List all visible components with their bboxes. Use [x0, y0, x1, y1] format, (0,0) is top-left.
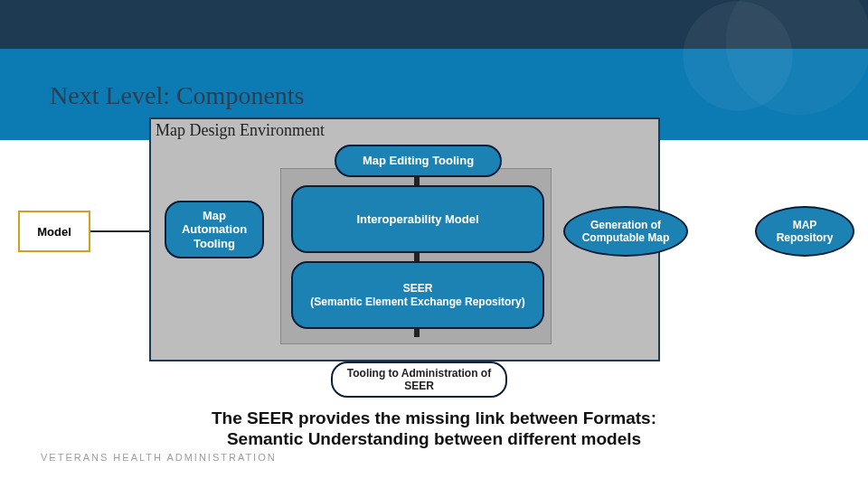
seer-label: SEER (Semantic Element Exchange Reposito… [310, 282, 524, 308]
footer-text: VETERANS HEALTH ADMINISTRATION [41, 452, 277, 463]
slide: Next Level: Components Map Design Enviro… [0, 0, 868, 488]
generation-label: Generation of Computable Map [582, 219, 670, 245]
tooling-admin-label: Tooling to Administration of SEER [347, 367, 491, 393]
connector-model-env [90, 230, 149, 232]
repo-label: MAP Repository [777, 219, 834, 245]
connector-seer-admin [414, 328, 420, 337]
map-repository: MAP Repository [755, 206, 854, 257]
map-editing-label: Map Editing Tooling [363, 154, 474, 168]
generation-computable-map: Generation of Computable Map [563, 206, 688, 257]
model-box: Model [18, 211, 90, 252]
interop-label: Interoperability Model [356, 212, 478, 227]
page-title: Next Level: Components [50, 81, 305, 110]
connector-interop-seer [414, 252, 420, 261]
map-automation-label: Map Automation Tooling [182, 209, 247, 251]
caption-label: The SEER provides the missing link betwe… [212, 408, 656, 448]
model-label: Model [37, 225, 71, 239]
map-editing-tooling: Map Editing Tooling [335, 145, 502, 177]
map-design-environment-title: Map Design Environment [156, 121, 325, 140]
seer-box: SEER (Semantic Element Exchange Reposito… [291, 261, 544, 329]
tooling-admin-seer: Tooling to Administration of SEER [331, 361, 507, 398]
caption-text: The SEER provides the missing link betwe… [118, 408, 750, 450]
interoperability-model: Interoperability Model [291, 185, 544, 253]
map-automation-tooling: Map Automation Tooling [165, 201, 264, 258]
connector-editing-interop [414, 176, 420, 185]
